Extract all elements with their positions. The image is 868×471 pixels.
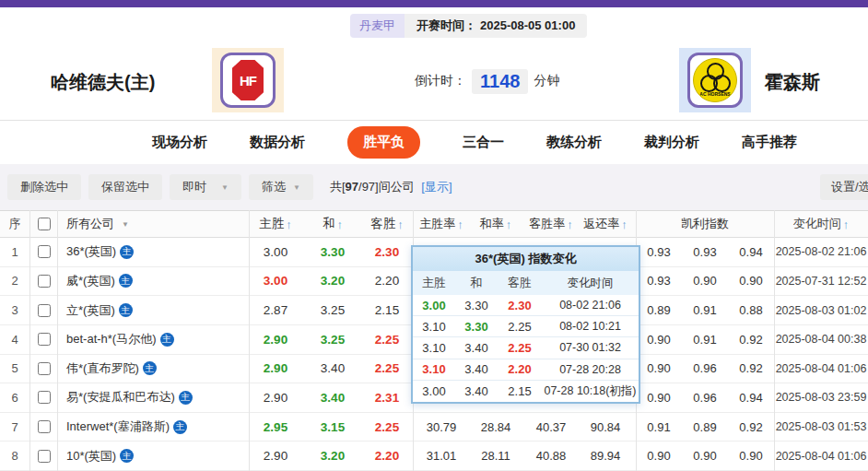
- row-index: 5: [0, 355, 29, 383]
- settings-select-button[interactable]: 设置/选择: [820, 174, 868, 200]
- company-count-suffix: /97]间公司: [358, 180, 415, 194]
- company-count: 共[97/97]间公司 [显示]: [330, 179, 452, 195]
- instant-dropdown-label: 即时: [182, 179, 206, 195]
- tab-win-draw-lose[interactable]: 胜平负: [347, 126, 420, 159]
- header-home-label: 主胜: [259, 216, 284, 232]
- company-name[interactable]: 36*(英国)主: [66, 238, 247, 266]
- chevron-down-icon: ▼: [221, 183, 229, 192]
- company-name[interactable]: Interwet*(塞浦路斯)主: [66, 413, 247, 442]
- kelly-home: 0.91: [636, 413, 682, 442]
- company-name[interactable]: 伟*(直布罗陀)主: [66, 355, 247, 383]
- company-name[interactable]: bet-at-h*(马尔他)主: [66, 325, 247, 354]
- tab-three-in-one[interactable]: 三合一: [463, 134, 504, 151]
- sort-asc-icon: ↑: [506, 218, 512, 231]
- sort-asc-icon: ↑: [621, 218, 628, 231]
- header-change-time-label: 变化时间: [793, 216, 841, 232]
- row-checkbox[interactable]: [38, 420, 51, 433]
- change-time: 2025-08-03 23:59: [774, 383, 868, 412]
- table-header: 序 所有公司 ▼ 主胜↑ 和↑ 客胜↑ 主胜率↑ 和率↑ 客胜率↑ 返还率↑ 凯…: [0, 210, 868, 238]
- draw-rate: 28.84: [468, 413, 523, 442]
- kelly-home: 0.90: [636, 325, 682, 354]
- instant-dropdown[interactable]: 即时 ▼: [170, 174, 241, 200]
- kelly-home: 0.90: [636, 442, 682, 470]
- odds-draw: 3.30: [304, 238, 361, 266]
- filter-dropdown[interactable]: 筛选 ▼: [249, 174, 313, 200]
- column-divider: [29, 210, 30, 471]
- kelly-away: 0.92: [728, 325, 774, 354]
- home-logo-box: HF: [220, 53, 276, 108]
- row-checkbox[interactable]: [38, 450, 51, 463]
- odds-home: 3.00: [247, 267, 304, 296]
- home-win-rate: 30.79: [415, 413, 468, 442]
- countdown-label: 倒计时：: [415, 73, 466, 89]
- popup-change-time: 07-28 10:18(初指): [542, 383, 639, 399]
- header-draw-rate[interactable]: 和率↑: [468, 211, 523, 237]
- header-payout-rate[interactable]: 返还率↑: [579, 211, 632, 237]
- sort-asc-icon: ↑: [397, 218, 404, 231]
- row-checkbox[interactable]: [38, 391, 51, 404]
- table-row: 810*(英国)主2.903.202.2031.0128.1140.8889.9…: [0, 442, 868, 471]
- header-home-odds[interactable]: 主胜↑: [247, 211, 304, 237]
- company-name[interactable]: 威*(英国)主: [66, 267, 247, 296]
- kelly-home: 0.90: [636, 355, 682, 383]
- popup-odds-away: 2.25: [498, 320, 542, 334]
- popup-change-time: 08-02 21:06: [542, 299, 639, 312]
- kelly-draw: 0.90: [682, 267, 728, 296]
- keep-selected-button[interactable]: 保留选中: [88, 174, 162, 200]
- row-checkbox-cell: [30, 442, 57, 470]
- popup-header: 主胜 和 客胜 变化时间: [413, 271, 639, 295]
- popup-row: 3.003.402.1507-28 10:18(初指): [413, 381, 639, 402]
- odds-away: 2.25: [361, 413, 413, 442]
- row-checkbox[interactable]: [38, 333, 51, 346]
- select-all-checkbox[interactable]: [38, 218, 51, 230]
- company-name-label: 伟*(直布罗陀): [66, 360, 139, 377]
- header-home-rate-label: 主胜率: [419, 216, 455, 232]
- tab-referee-analysis[interactable]: 裁判分析: [644, 134, 699, 151]
- row-checkbox-cell: [30, 238, 57, 266]
- popup-odds-home: 3.10: [413, 320, 455, 334]
- header-draw-odds[interactable]: 和↑: [304, 211, 361, 237]
- tab-data-analysis[interactable]: 数据分析: [250, 134, 305, 151]
- popup-odds-away: 2.15: [498, 384, 542, 398]
- header-change-time[interactable]: 变化时间↑: [774, 211, 868, 237]
- company-name[interactable]: 10*(英国)主: [66, 442, 247, 470]
- match-info-bar: 丹麦甲 开赛时间： 2025-08-05 01:00: [350, 14, 587, 38]
- company-name[interactable]: 易*(安提瓜和巴布达)主: [66, 383, 247, 412]
- header-home-rate[interactable]: 主胜率↑: [415, 211, 468, 237]
- column-divider: [774, 210, 775, 471]
- popup-body: 3.003.302.3008-02 21:063.103.302.2508-02…: [413, 295, 639, 402]
- odds-home: 2.90: [247, 442, 304, 470]
- popup-odds-draw: 3.30: [455, 320, 498, 334]
- row-checkbox[interactable]: [38, 362, 51, 375]
- header-away-odds[interactable]: 客胜↑: [361, 211, 413, 237]
- row-checkbox-cell: [30, 355, 57, 383]
- kelly-away: 0.94: [728, 238, 774, 266]
- kickoff-label: 开赛时间：: [416, 14, 476, 38]
- popup-row: 3.103.402.2007-28 20:28: [413, 359, 639, 381]
- odds-away: 2.31: [361, 383, 413, 412]
- popup-row: 3.103.302.2508-02 10:21: [413, 316, 639, 337]
- tab-coach-analysis[interactable]: 教练分析: [546, 134, 602, 151]
- popup-odds-draw: 3.40: [455, 362, 498, 376]
- row-checkbox[interactable]: [38, 304, 51, 317]
- header-company[interactable]: 所有公司 ▼: [66, 211, 247, 237]
- popup-odds-draw: 3.40: [455, 384, 498, 398]
- chevron-down-icon: ▼: [293, 183, 300, 192]
- row-checkbox[interactable]: [38, 245, 51, 258]
- header-away-rate[interactable]: 客胜率↑: [523, 211, 579, 237]
- delete-selected-button[interactable]: 删除选中: [7, 174, 81, 200]
- tab-live-analysis[interactable]: 现场分析: [152, 134, 207, 151]
- odds-comparison-page: 丹麦甲 开赛时间： 2025-08-05 01:00 哈维德夫(主) HF 倒计…: [0, 0, 868, 471]
- odds-home: 2.90: [247, 325, 304, 354]
- column-divider: [249, 210, 250, 471]
- odds-home: 2.90: [247, 355, 304, 383]
- tab-expert-picks[interactable]: 高手推荐: [742, 134, 797, 151]
- company-name[interactable]: 立*(英国)主: [66, 296, 247, 324]
- row-index: 6: [0, 383, 29, 412]
- main-company-icon: 主: [173, 420, 187, 434]
- show-link[interactable]: [显示]: [421, 180, 452, 194]
- popup-odds-home: 3.00: [413, 384, 455, 398]
- row-checkbox[interactable]: [38, 275, 51, 288]
- kickoff-time: 开赛时间： 2025-08-05 01:00: [405, 14, 587, 38]
- row-index: 3: [0, 296, 29, 324]
